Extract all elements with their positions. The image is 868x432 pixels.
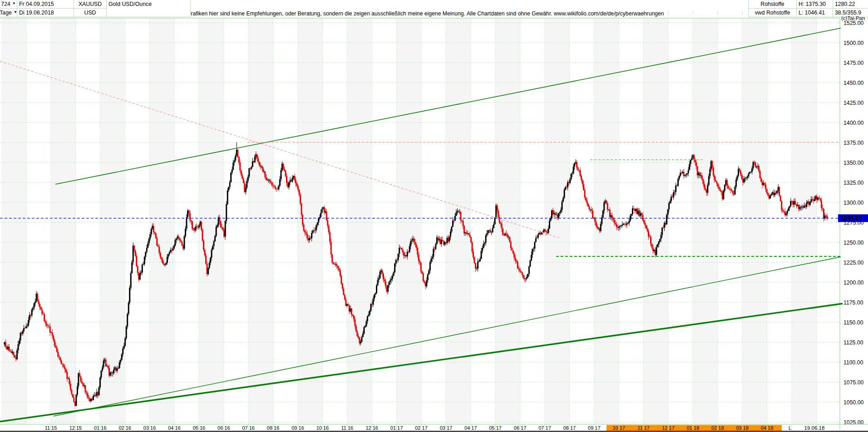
date-axis-label: 06 16 [217, 425, 230, 431]
plot-frame [0, 18, 868, 430]
date-axis-label: 02 18 [711, 425, 724, 431]
provider-cell: vwd Rohstoffe [748, 9, 797, 17]
start-date-field[interactable]: Fr 04.09.2015 [17, 0, 74, 9]
price-axis-label: 1125.00 [843, 339, 863, 346]
category-value: Rohstoffe [760, 0, 784, 8]
date-axis-label: 07 16 [242, 425, 255, 431]
period-high-value: H: 1375.30 [799, 0, 826, 8]
date-axis-label: 03 17 [440, 425, 453, 431]
date-axis-label: 11 15 [45, 425, 57, 431]
last-price-badge: 1280.22 [838, 214, 868, 222]
price-axis-label: 1450.00 [843, 80, 864, 86]
last-price-value: 1280.22 [835, 0, 855, 8]
price-axis-label: 1325.00 [843, 180, 864, 186]
last-price-cell: 1280.22 [833, 0, 868, 9]
date-axis-label: 10 16 [316, 425, 329, 431]
date-axis: 11 1512 1501 1602 1603 1604 1605 1606 16… [0, 424, 868, 432]
price-chart: 1525.001500.001475.001450.001425.001400.… [0, 0, 868, 432]
price-axis-label: 1475.00 [843, 60, 864, 66]
window-bottom-edge [0, 431, 868, 432]
date-axis-label: 09 17 [588, 425, 601, 431]
price-axis-label: 1375.00 [843, 140, 864, 146]
copyright-label: (c)Tai-Pan [841, 15, 865, 21]
date-axis-label: 12 17 [662, 425, 675, 431]
end-date-value: Di 19.06.2018 [19, 9, 54, 17]
price-axis-label: 1300.00 [843, 200, 864, 206]
last-bar-date-label: 19.06.18 [804, 425, 825, 431]
date-axis-label: 01 17 [390, 425, 403, 431]
period-high-cell: H: 1375.30 [797, 0, 833, 9]
chart-window: 724 ▼ Tage ▼ Fr 04.09.2015 Di 19.06.2018… [0, 0, 868, 432]
periodicity-dropdown[interactable]: Tage ▼ [0, 9, 17, 17]
date-axis-label: 10 17 [612, 425, 625, 431]
descending-resistance-trendline [0, 61, 561, 238]
date-axis-label: 05 17 [489, 425, 502, 431]
end-date-field[interactable]: Di 19.06.2018 [17, 9, 74, 17]
price-axis-label: 1500.00 [843, 40, 864, 46]
last-price-badge-text: 1280.22 [841, 215, 861, 221]
bars-count-value: 724 [1, 0, 10, 8]
date-axis-label: 02 17 [415, 425, 428, 431]
price-axis-label: 1225.00 [843, 260, 864, 266]
symbol-value: XAUUSD [79, 0, 102, 8]
price-axis-label: 1050.00 [843, 399, 864, 406]
date-axis-label: 05 16 [193, 425, 206, 431]
price-axis-label: 1400.00 [843, 120, 864, 126]
date-axis-label: 08 16 [267, 425, 280, 431]
price-axis-label: 1350.00 [843, 160, 864, 166]
price-axis: 1525.001500.001475.001450.001425.001400.… [837, 20, 864, 426]
date-axis-label: 01 16 [94, 425, 107, 431]
price-axis-label: 1100.00 [843, 359, 863, 366]
date-axis-label: 01 18 [687, 425, 700, 431]
price-axis-label: 1250.00 [843, 240, 864, 246]
price-axis-label: 1150.00 [843, 319, 863, 326]
date-axis-label: 11 16 [341, 425, 353, 431]
start-date-value: Fr 04.09.2015 [19, 0, 54, 8]
date-axis-label: 02 16 [118, 425, 131, 431]
date-axis-label: 03 16 [143, 425, 156, 431]
date-axis-label: 08 17 [563, 425, 576, 431]
month-bands [1, 18, 816, 424]
date-axis-label: 11 17 [637, 425, 650, 431]
last-bar-marker: L [789, 425, 792, 431]
price-axis-label: 1175.00 [843, 299, 863, 306]
chevron-down-icon: ▼ [14, 9, 17, 16]
chevron-down-icon: ▼ [12, 0, 16, 8]
price-axis-label: 1075.00 [843, 379, 864, 386]
date-axis-label: 12 16 [365, 425, 378, 431]
price-axis-label: 1200.00 [843, 280, 864, 286]
category-cell: Rohstoffe [748, 0, 797, 9]
instrument-name: Gold USD/Ounce [108, 0, 152, 9]
price-axis-label: 1425.00 [843, 100, 864, 106]
currency-value: USD [84, 9, 96, 17]
date-axis-label: 07 17 [538, 425, 551, 431]
date-axis-label: 04 18 [761, 425, 774, 431]
date-axis-label: 04 16 [168, 425, 181, 431]
date-axis-label: 04 17 [464, 425, 477, 431]
date-axis-label: 09 16 [291, 425, 304, 431]
bars-count-dropdown[interactable]: 724 ▼ [0, 0, 17, 9]
provider-value: vwd Rohstoffe [755, 9, 790, 17]
period-low-value: L: 1046.41 [799, 9, 825, 17]
date-axis-label: 06 17 [514, 425, 527, 431]
instrument-name-cell: Gold USD/Ounce [107, 0, 191, 17]
period-low-cell: L: 1046.41 [797, 9, 833, 17]
date-axis-label: 03 18 [736, 425, 749, 431]
symbol-cell: XAUUSD [74, 0, 107, 9]
date-axis-label: 12 15 [69, 425, 82, 431]
currency-cell: USD [74, 9, 107, 17]
periodicity-value: Tage [0, 9, 12, 17]
